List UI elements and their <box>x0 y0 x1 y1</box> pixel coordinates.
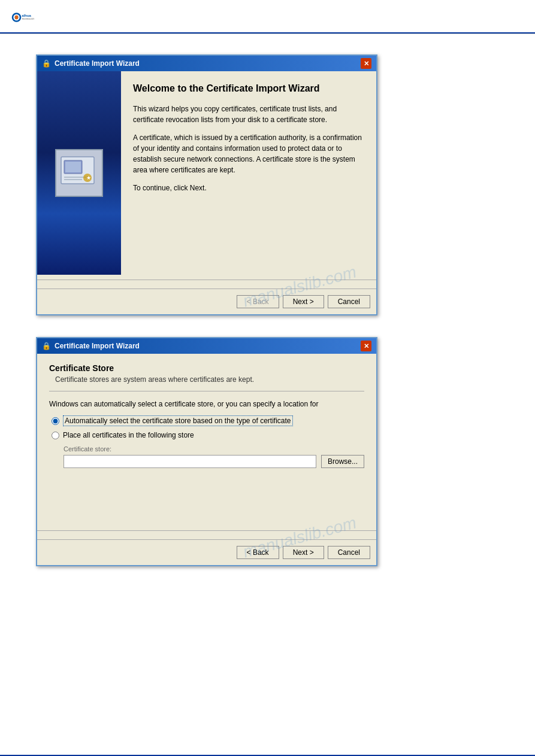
cancel-button-2[interactable]: Cancel <box>328 546 370 559</box>
dialog-welcome-title: 🔒 Certificate Import Wizard <box>42 59 140 68</box>
radio-auto-label: Automatically select the certificate sto… <box>63 415 293 426</box>
cert-store-field-label: Certificate store: <box>64 445 364 453</box>
dahua-logo: alhua TECHNOLOGY <box>11 6 42 29</box>
dialog-cert-store: 🔒 Certificate Import Wizard ✕ Certificat… <box>36 337 377 566</box>
dialog-store-close[interactable]: ✕ <box>361 341 371 351</box>
radio-manual-label: Place all certificates in the following … <box>63 431 194 439</box>
svg-text:TECHNOLOGY: TECHNOLOGY <box>22 18 34 20</box>
footer-divider <box>37 280 376 280</box>
dialog-para2: A certificate, which is issued by a cert… <box>133 132 364 175</box>
dialog-welcome-close[interactable]: ✕ <box>361 58 371 69</box>
cert-icon-small: 🔒 <box>42 59 51 68</box>
dialog-welcome-content: Welcome to the Certificate Import Wizard… <box>121 71 376 275</box>
cert-store-section-title: Certificate Store <box>49 363 364 373</box>
dialog-store-footer: < Back Next > Cancel <box>37 539 376 565</box>
radio-row-auto: Automatically select the certificate sto… <box>52 415 364 426</box>
dialog-welcome-heading: Welcome to the Certificate Import Wizard <box>133 83 364 94</box>
dialog-para3: To continue, click Next. <box>133 183 364 193</box>
cert-graphic: ★ <box>55 149 103 197</box>
cancel-button-1[interactable]: Cancel <box>328 295 370 308</box>
dialog-welcome-body: ★ Welcome to the Certificate Import Wiza… <box>37 71 376 275</box>
next-button-2[interactable]: Next > <box>283 546 324 559</box>
cert-store-subtitle: Certificate stores are system areas wher… <box>49 375 364 384</box>
header-separator <box>0 34 535 34</box>
dialog-store-body: Certificate Store Certificate stores are… <box>37 354 376 526</box>
dialog-para1: This wizard helps you copy certificates,… <box>133 104 364 125</box>
cert-store-input-row: Browse... <box>64 455 364 468</box>
dialog-store-title-text: 🔒 Certificate Import Wizard <box>42 342 140 350</box>
radio-row-manual: Place all certificates in the following … <box>52 431 364 439</box>
svg-text:alhua: alhua <box>22 14 31 17</box>
logo: alhua TECHNOLOGY <box>11 6 42 29</box>
radio-auto[interactable] <box>52 417 59 425</box>
cert-icon-small-2: 🔒 <box>42 342 51 350</box>
dialog-welcome-titlebar: 🔒 Certificate Import Wizard ✕ <box>37 56 376 71</box>
svg-rect-7 <box>65 162 81 172</box>
dialog-welcome-sidebar-image: ★ <box>37 71 121 275</box>
back-button-1[interactable]: < Back <box>237 295 279 308</box>
page-content: 🔒 Certificate Import Wizard ✕ ★ <box>0 37 535 584</box>
empty-space <box>49 478 364 526</box>
next-button-1[interactable]: Next > <box>283 295 324 308</box>
back-button-2[interactable]: < Back <box>237 546 279 559</box>
dialog-welcome: 🔒 Certificate Import Wizard ✕ ★ <box>36 54 377 315</box>
footer-divider-2 <box>37 530 376 531</box>
dialog-welcome-footer: < Back Next > Cancel <box>37 289 376 314</box>
radio-group: Automatically select the certificate sto… <box>49 415 364 439</box>
cert-store-desc: Windows can automatically select a certi… <box>49 400 364 408</box>
dialog-store-titlebar: 🔒 Certificate Import Wizard ✕ <box>37 338 376 354</box>
cert-store-input[interactable] <box>64 455 316 468</box>
header: alhua TECHNOLOGY <box>0 0 535 34</box>
store-divider <box>49 391 364 391</box>
radio-manual[interactable] <box>52 432 59 439</box>
svg-text:★: ★ <box>86 175 91 181</box>
browse-button[interactable]: Browse... <box>321 455 364 468</box>
